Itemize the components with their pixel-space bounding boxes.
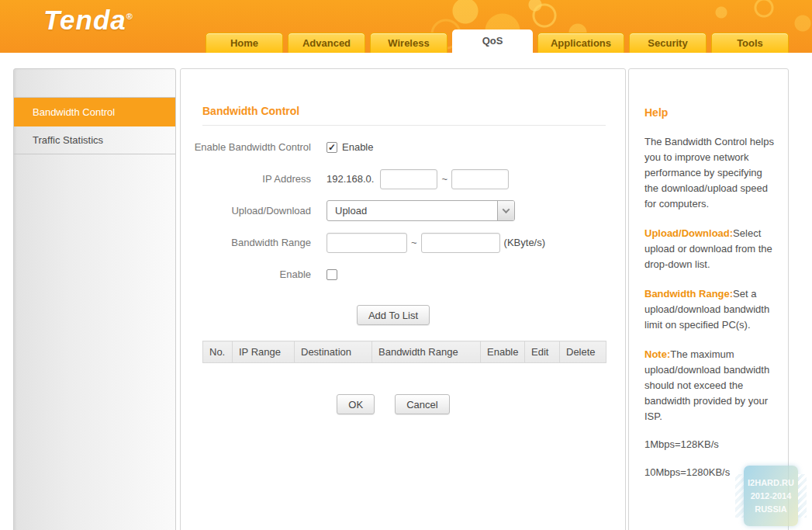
help-title: Help: [644, 105, 776, 120]
registered-mark-icon: ®: [126, 12, 133, 21]
bandwidth-unit-text: (KByte/s): [504, 237, 545, 248]
ip-range-tilde: ~: [441, 173, 447, 185]
watermark-line-2: 2012-2014: [744, 490, 798, 503]
col-bandwidth-range: Bandwidth Range: [372, 341, 481, 363]
col-edit: Edit: [525, 341, 560, 363]
ip-address-label: IP Address: [181, 173, 327, 185]
rule-enable-label: Enable: [181, 268, 327, 280]
add-to-list-button[interactable]: Add To List: [357, 305, 430, 325]
bandwidth-range-row: Bandwidth Range ~ (KByte/s): [181, 232, 625, 253]
upload-download-select[interactable]: Upload: [327, 200, 515, 221]
help-note: Note:The maximum upload/download bandwid…: [644, 347, 776, 424]
tab-qos[interactable]: QoS: [452, 29, 533, 53]
col-enable: Enable: [481, 341, 525, 363]
conversion-1mbps: 1Mbps=128KB/s: [644, 437, 776, 452]
upload-download-label: Upload/Download: [181, 205, 327, 217]
sidebar-item-traffic-statistics[interactable]: Traffic Statistics: [14, 126, 175, 154]
bandwidth-max-input[interactable]: [421, 233, 500, 253]
enable-checkbox-text: Enable: [342, 141, 373, 153]
upload-download-row: Upload/Download Upload: [181, 200, 625, 221]
watermark: I2HARD.RU 2012-2014 RUSSIA: [735, 466, 807, 526]
ip-end-input[interactable]: [451, 169, 509, 189]
select-arrow-button[interactable]: [497, 201, 514, 220]
watermark-line-3: RUSSIA: [744, 503, 798, 516]
enable-bandwidth-checkbox[interactable]: ✓: [327, 142, 337, 153]
tab-home[interactable]: Home: [206, 33, 283, 53]
help-panel: Help The Bandwidth Control helps you to …: [628, 68, 789, 530]
ip-address-row: IP Address 192.168.0. ~: [181, 168, 625, 189]
tab-security[interactable]: Security: [629, 33, 707, 53]
col-ip-range: IP Range: [233, 341, 295, 363]
chevron-down-icon: [503, 206, 510, 213]
form-actions: OK Cancel: [181, 394, 606, 414]
bandwidth-range-tilde: ~: [411, 237, 417, 248]
router-admin-screen: Tenda® Home Advanced Wireless QoS Applic…: [0, 0, 812, 530]
col-destination: Destination: [295, 341, 372, 363]
enable-bandwidth-row: Enable Bandwidth Control ✓ Enable: [181, 137, 625, 158]
help-note-label: Note:: [644, 348, 670, 360]
main-panel: Bandwidth Control Enable Bandwidth Contr…: [180, 68, 626, 530]
tab-advanced[interactable]: Advanced: [288, 33, 365, 53]
rule-enable-checkbox[interactable]: [327, 269, 337, 280]
help-upload-download-label: Upload/Download:: [644, 227, 733, 239]
tab-wireless[interactable]: Wireless: [370, 33, 447, 53]
ip-start-input[interactable]: [380, 169, 437, 189]
help-intro: The Bandwidth Control helps you to impro…: [644, 134, 776, 212]
help-bandwidth-range: Bandwidth Range:Set a upload/download ba…: [644, 286, 776, 333]
chip-icon: I2HARD.RU 2012-2014 RUSSIA: [744, 466, 798, 526]
upload-download-selected-value: Upload: [327, 205, 367, 217]
help-bandwidth-range-label: Bandwidth Range:: [644, 288, 733, 300]
page-title: Bandwidth Control: [181, 69, 625, 117]
bandwidth-range-label: Bandwidth Range: [181, 237, 327, 248]
watermark-line-1: I2HARD.RU: [744, 476, 798, 490]
rules-table-header-row: No. IP Range Destination Bandwidth Range…: [203, 341, 606, 363]
sidebar: Bandwidth Control Traffic Statistics: [13, 68, 176, 530]
col-no: No.: [203, 341, 233, 363]
enable-bandwidth-label: Enable Bandwidth Control: [181, 141, 327, 153]
tab-tools[interactable]: Tools: [711, 33, 789, 53]
sidebar-item-bandwidth-control[interactable]: Bandwidth Control: [14, 98, 175, 126]
logo-text: Tenda: [43, 5, 126, 35]
cancel-button[interactable]: Cancel: [395, 394, 449, 414]
chip-pins-right-icon: [798, 474, 807, 518]
sidebar-spacer: [14, 69, 175, 98]
tenda-logo: Tenda®: [43, 5, 133, 36]
chip-pins-left-icon: [735, 474, 744, 518]
ok-button[interactable]: OK: [337, 394, 375, 414]
tab-applications[interactable]: Applications: [537, 33, 624, 53]
rule-enable-row: Enable: [181, 264, 625, 285]
add-to-list-row: Add To List: [181, 305, 606, 325]
help-intro-text: The Bandwidth Control helps you to impro…: [644, 136, 774, 210]
rules-table: No. IP Range Destination Bandwidth Range…: [202, 341, 606, 363]
col-delete: Delete: [560, 341, 606, 363]
nav-tabs: Home Advanced Wireless QoS Applications …: [206, 29, 789, 53]
bandwidth-min-input[interactable]: [327, 233, 407, 253]
help-upload-download: Upload/Download:Select upload or downloa…: [644, 226, 776, 272]
bandwidth-form: Enable Bandwidth Control ✓ Enable IP Add…: [181, 137, 625, 285]
ip-prefix-text: 192.168.0.: [327, 173, 374, 185]
header: Tenda® Home Advanced Wireless QoS Applic…: [0, 0, 812, 53]
title-divider: [202, 125, 606, 126]
